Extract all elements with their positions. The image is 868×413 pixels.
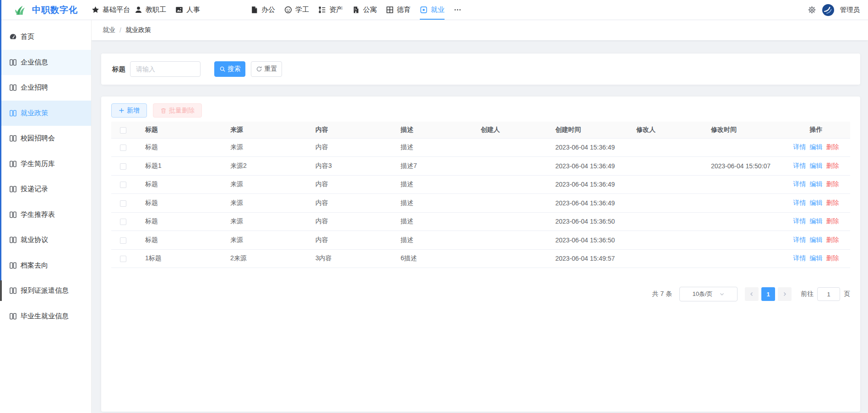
sidebar-item-10[interactable]: 档案去向 bbox=[0, 253, 91, 279]
sidebar-item-9[interactable]: 就业协议 bbox=[0, 227, 91, 253]
cell-source: 来源 bbox=[220, 231, 305, 250]
action-edit[interactable]: 编辑 bbox=[810, 162, 823, 169]
sidebar-item-label: 就业政策 bbox=[21, 109, 48, 118]
row-actions: 详情编辑删除 bbox=[782, 194, 850, 213]
nav-item-5[interactable]: 学工 bbox=[284, 0, 309, 20]
action-detail[interactable]: 详情 bbox=[793, 143, 806, 150]
cell-creator bbox=[471, 175, 545, 194]
sidebar-item-6[interactable]: 学生简历库 bbox=[0, 151, 91, 177]
cell-content: 内容 bbox=[305, 231, 391, 250]
cell-description: 描述 bbox=[391, 212, 471, 231]
chevron-right-icon bbox=[782, 291, 787, 297]
action-delete[interactable]: 删除 bbox=[826, 236, 839, 243]
action-edit[interactable]: 编辑 bbox=[810, 143, 823, 150]
sidebar-item-12[interactable]: 毕业生就业信息 bbox=[0, 304, 91, 329]
book-icon bbox=[9, 287, 17, 295]
select-all-checkbox[interactable] bbox=[120, 127, 126, 134]
cell-description: 6描述 bbox=[391, 249, 471, 268]
action-detail[interactable]: 详情 bbox=[793, 217, 806, 225]
action-edit[interactable]: 编辑 bbox=[810, 217, 823, 225]
sidebar-item-8[interactable]: 学生推荐表 bbox=[0, 202, 91, 228]
row-checkbox[interactable] bbox=[120, 219, 126, 225]
action-delete[interactable]: 删除 bbox=[826, 199, 839, 206]
book-icon bbox=[9, 236, 17, 244]
data-table: 标题来源内容描述创建人创建时间修改人修改时间操作 标题来源内容描述2023-06… bbox=[111, 122, 850, 268]
row-checkbox[interactable] bbox=[120, 200, 126, 207]
sidebar-item-4[interactable]: 就业政策 bbox=[0, 101, 91, 126]
nav-item-7[interactable]: 公寓 bbox=[352, 0, 377, 20]
sidebar-item-7[interactable]: 投递记录 bbox=[0, 177, 91, 202]
nav-item-6[interactable]: 资产 bbox=[318, 0, 343, 20]
nav-item-4[interactable]: 办公 bbox=[250, 0, 275, 20]
breadcrumb-current: 就业政策 bbox=[125, 26, 151, 34]
star-icon bbox=[92, 6, 99, 14]
add-button[interactable]: 新增 bbox=[111, 103, 147, 118]
user-icon bbox=[135, 6, 142, 14]
cell-creator bbox=[471, 138, 545, 157]
action-edit[interactable]: 编辑 bbox=[810, 236, 823, 243]
nav-item-9[interactable]: 就业 bbox=[420, 0, 445, 20]
chevron-left-icon bbox=[749, 291, 754, 297]
column-header-modify_time: 修改时间 bbox=[701, 122, 782, 138]
row-checkbox[interactable] bbox=[120, 145, 126, 151]
action-delete[interactable]: 删除 bbox=[826, 143, 839, 150]
next-page-button[interactable] bbox=[778, 287, 792, 301]
row-checkbox[interactable] bbox=[120, 237, 126, 244]
nav-more-button[interactable] bbox=[454, 0, 461, 20]
nav-item-3[interactable]: 人事 bbox=[175, 0, 200, 20]
user-name[interactable]: 管理员 bbox=[840, 5, 860, 14]
sidebar-item-2[interactable]: 企业信息 bbox=[0, 50, 91, 75]
row-checkbox[interactable] bbox=[120, 163, 126, 170]
cell-create_time: 2023-06-04 15:36:50 bbox=[545, 212, 626, 231]
sidebar-item-3[interactable]: 企业招聘 bbox=[0, 75, 91, 101]
action-delete[interactable]: 删除 bbox=[826, 180, 839, 188]
goto-page-input[interactable] bbox=[817, 287, 840, 301]
page-number-1[interactable]: 1 bbox=[761, 287, 775, 301]
sidebar-item-label: 学生简历库 bbox=[21, 160, 55, 168]
column-header-title: 标题 bbox=[135, 122, 220, 138]
page-body: 标题 搜索 重置 bbox=[92, 40, 868, 412]
nav-item-1[interactable]: 基础平台 bbox=[92, 0, 130, 20]
row-actions: 详情编辑删除 bbox=[782, 212, 850, 231]
batch-delete-button[interactable]: 批量删除 bbox=[153, 103, 202, 118]
title-search-input[interactable] bbox=[130, 61, 201, 77]
settings-gear-icon[interactable] bbox=[808, 5, 816, 14]
avatar[interactable] bbox=[822, 4, 834, 16]
action-detail[interactable]: 详情 bbox=[793, 199, 806, 206]
sidebar-item-label: 就业协议 bbox=[21, 236, 48, 244]
cell-modify_time bbox=[701, 212, 782, 231]
cell-create_time: 2023-06-04 15:36:49 bbox=[545, 138, 626, 157]
row-checkbox[interactable] bbox=[120, 256, 126, 262]
row-actions: 详情编辑删除 bbox=[782, 157, 850, 176]
page-size-select[interactable]: 10条/页 bbox=[679, 287, 738, 301]
navbar-right: 管理员 bbox=[808, 4, 868, 16]
search-button[interactable]: 搜索 bbox=[214, 61, 245, 77]
cell-modify_time bbox=[701, 194, 782, 213]
action-delete[interactable]: 删除 bbox=[826, 162, 839, 169]
window-scrollbar-thumb[interactable] bbox=[0, 280, 2, 301]
sidebar-item-5[interactable]: 校园招聘会 bbox=[0, 126, 91, 151]
sidebar-item-1[interactable]: 首页 bbox=[0, 24, 91, 50]
cell-create_time: 2023-06-04 15:36:50 bbox=[545, 231, 626, 250]
sidebar-item-label: 学生推荐表 bbox=[21, 210, 55, 219]
action-detail[interactable]: 详情 bbox=[793, 162, 806, 169]
action-delete[interactable]: 删除 bbox=[826, 217, 839, 225]
action-delete[interactable]: 删除 bbox=[826, 254, 839, 262]
cell-creator bbox=[471, 157, 545, 176]
nav-item-2[interactable]: 教职工 bbox=[135, 0, 166, 20]
reset-button[interactable]: 重置 bbox=[251, 61, 282, 77]
nav-item-8[interactable]: 德育 bbox=[386, 0, 411, 20]
face-icon bbox=[284, 6, 292, 14]
breadcrumb-section[interactable]: 就业 bbox=[103, 26, 115, 34]
action-detail[interactable]: 详情 bbox=[793, 254, 806, 262]
action-edit[interactable]: 编辑 bbox=[810, 180, 823, 188]
row-checkbox[interactable] bbox=[120, 182, 126, 188]
action-detail[interactable]: 详情 bbox=[793, 236, 806, 243]
prev-page-button[interactable] bbox=[745, 287, 759, 301]
cell-content: 内容3 bbox=[305, 157, 391, 176]
sidebar-item-11[interactable]: 报到证派遣信息 bbox=[0, 278, 91, 304]
action-edit[interactable]: 编辑 bbox=[810, 254, 823, 262]
column-header-source: 来源 bbox=[220, 122, 305, 138]
action-detail[interactable]: 详情 bbox=[793, 180, 806, 188]
action-edit[interactable]: 编辑 bbox=[810, 199, 823, 206]
